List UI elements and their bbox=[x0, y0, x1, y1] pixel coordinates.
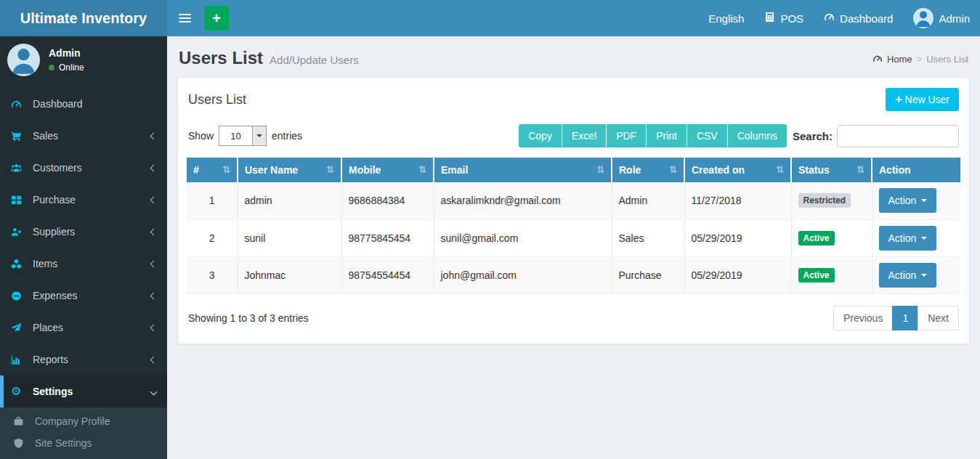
page-title: Users List bbox=[179, 48, 263, 68]
sidebar-item[interactable]: Dashboard bbox=[0, 88, 167, 120]
navbar-right: English POS Dashboard Admin bbox=[698, 0, 980, 36]
column-header[interactable]: Email ⇅ bbox=[434, 158, 612, 182]
users-list-panel: Users List + New User Show 10 entries Co… bbox=[177, 77, 970, 344]
sort-icon[interactable]: ⇅ bbox=[418, 164, 426, 175]
quick-add-button[interactable]: + bbox=[204, 6, 229, 31]
entries-select[interactable]: 10 bbox=[219, 126, 267, 146]
sort-icon[interactable]: ⇅ bbox=[776, 164, 784, 175]
export-pdf-button[interactable]: PDF bbox=[607, 124, 647, 147]
export-copy-button[interactable]: Copy bbox=[519, 124, 562, 147]
breadcrumb-home[interactable]: Home bbox=[887, 54, 912, 65]
sidebar-item[interactable]: Suppliers bbox=[0, 216, 167, 248]
sidebar-item[interactable]: Reports bbox=[0, 344, 167, 375]
navbar: + English POS Dashboard Admin bbox=[167, 0, 980, 36]
column-header[interactable]: Created on ⇅ bbox=[684, 158, 791, 182]
table-row: 2 sunil 98775845454 sunil@gmail.com Sale… bbox=[187, 219, 960, 256]
sort-icon[interactable]: ⇅ bbox=[857, 164, 864, 175]
search-input[interactable] bbox=[837, 125, 959, 147]
new-user-button[interactable]: + New User bbox=[886, 88, 959, 111]
nav-dashboard[interactable]: Dashboard bbox=[814, 0, 903, 36]
export-columns-button[interactable]: Columns bbox=[728, 124, 787, 147]
breadcrumb-separator: > bbox=[917, 54, 923, 65]
sidebar-menu: Dashboard Sales Customers Purchase Suppl… bbox=[0, 88, 167, 407]
action-button[interactable]: Action bbox=[879, 226, 937, 251]
column-header[interactable]: Mobile ⇅ bbox=[341, 158, 434, 182]
column-header[interactable]: Action bbox=[872, 158, 960, 182]
column-header[interactable]: Role ⇅ bbox=[612, 158, 684, 182]
tachometer-icon bbox=[11, 99, 28, 110]
previous-page-button[interactable]: Previous bbox=[833, 306, 893, 330]
caret-down-icon bbox=[921, 274, 927, 280]
calculator-icon bbox=[764, 12, 775, 25]
status-badge: Active bbox=[798, 268, 835, 283]
cell-role: Purchase bbox=[612, 256, 684, 293]
sidebar-item[interactable]: Places bbox=[0, 312, 167, 344]
cell-status: Active bbox=[791, 256, 872, 293]
user-plus-icon bbox=[11, 227, 28, 237]
briefcase-icon bbox=[13, 416, 31, 427]
entries-control: Show 10 entries bbox=[188, 126, 302, 146]
sidebar-item[interactable]: Sales bbox=[0, 120, 167, 152]
status-badge: Active bbox=[798, 231, 835, 245]
chevron-left-icon bbox=[150, 196, 158, 203]
cell-created: 11/27/2018 bbox=[684, 182, 791, 219]
sidebar-item[interactable]: Purchase bbox=[0, 184, 167, 216]
status-badge: Restricted bbox=[798, 193, 851, 208]
sidebar-subitem[interactable]: Company Profile bbox=[0, 410, 167, 432]
export-csv-button[interactable]: CSV bbox=[687, 124, 728, 147]
sort-icon[interactable]: ⇅ bbox=[222, 164, 230, 175]
sidebar-submenu: Company Profile Site Settings % Tax List bbox=[0, 407, 167, 459]
chevron-left-icon bbox=[150, 228, 158, 235]
cell-number: 3 bbox=[187, 256, 238, 293]
chevron-left-icon bbox=[150, 356, 158, 363]
sidebar: Admin Online Dashboard Sales Customers P… bbox=[0, 36, 167, 459]
hamburger-menu-icon[interactable] bbox=[167, 0, 201, 36]
cell-status: Restricted bbox=[791, 182, 872, 219]
sidebar-item[interactable]: Items bbox=[0, 248, 167, 280]
sidebar-item[interactable]: ⚙ Settings bbox=[0, 375, 167, 407]
caret-down-icon bbox=[921, 199, 927, 205]
nav-language[interactable]: English bbox=[698, 0, 754, 36]
users-table: # ⇅ User Name ⇅ Mobile ⇅ Email ⇅ Role ⇅ … bbox=[187, 158, 960, 294]
next-page-button[interactable]: Next bbox=[918, 306, 959, 330]
page-number-button[interactable]: 1 bbox=[892, 306, 918, 330]
action-button[interactable]: Action bbox=[879, 263, 937, 288]
table-row: 1 admin 9686884384 askaralimkndr@gmail.c… bbox=[187, 182, 960, 219]
entries-label: entries bbox=[272, 130, 302, 142]
pagination: Previous 1 Next bbox=[833, 306, 959, 330]
minus-circle-icon bbox=[11, 291, 28, 301]
cell-username: sunil bbox=[238, 219, 341, 256]
nav-pos[interactable]: POS bbox=[754, 0, 814, 36]
cell-email: sunil@gmail.com bbox=[434, 219, 612, 256]
sidebar-item[interactable]: Expenses bbox=[0, 280, 167, 312]
top-header: Ultimate Inventory + English POS Dashboa… bbox=[0, 0, 980, 36]
chevron-left-icon bbox=[150, 292, 158, 299]
sidebar-item[interactable]: Customers bbox=[0, 152, 167, 184]
column-header[interactable]: User Name ⇅ bbox=[238, 158, 341, 182]
column-header[interactable]: Status ⇅ bbox=[791, 158, 872, 182]
users-icon bbox=[11, 163, 28, 174]
sidebar-subitem[interactable]: % Tax List bbox=[0, 454, 167, 459]
sort-icon[interactable]: ⇅ bbox=[669, 164, 677, 175]
table-head: # ⇅ User Name ⇅ Mobile ⇅ Email ⇅ Role ⇅ … bbox=[187, 158, 960, 182]
nav-user-menu[interactable]: Admin bbox=[903, 0, 980, 36]
chevron-left-icon bbox=[150, 324, 158, 331]
app-logo[interactable]: Ultimate Inventory bbox=[0, 0, 167, 36]
export-print-button[interactable]: Print bbox=[647, 124, 687, 147]
cell-email: askaralimkndr@gmail.com bbox=[434, 182, 612, 219]
table-footer: Showing 1 to 3 of 3 entries Previous 1 N… bbox=[187, 294, 960, 335]
action-button[interactable]: Action bbox=[879, 188, 937, 213]
paper-plane-icon bbox=[11, 322, 28, 333]
online-status-icon bbox=[49, 65, 54, 70]
search-label: Search: bbox=[793, 130, 833, 142]
sort-icon[interactable]: ⇅ bbox=[326, 164, 334, 175]
export-excel-button[interactable]: Excel bbox=[562, 124, 607, 147]
table-toolbar: Show 10 entries CopyExcelPDFPrintCSVColu… bbox=[187, 123, 960, 158]
sort-icon[interactable]: ⇅ bbox=[596, 164, 604, 175]
chevron-left-icon bbox=[150, 164, 158, 171]
column-header[interactable]: # ⇅ bbox=[187, 158, 238, 182]
breadcrumb-current: Users List bbox=[926, 54, 968, 65]
sidebar-subitem[interactable]: Site Settings bbox=[0, 432, 167, 454]
cell-role: Admin bbox=[612, 182, 684, 219]
sidebar-user-panel: Admin Online bbox=[0, 36, 167, 84]
